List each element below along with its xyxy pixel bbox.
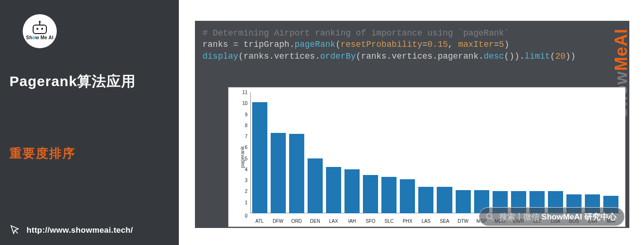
bar-slot bbox=[565, 92, 583, 213]
y-tick: 9 bbox=[245, 112, 247, 117]
x-tick: DTW bbox=[454, 219, 472, 224]
bar-las bbox=[418, 187, 433, 213]
code-block: # Determining Airport ranking of importa… bbox=[195, 21, 629, 66]
y-tick: 4 bbox=[245, 166, 247, 172]
bar-slot bbox=[547, 92, 565, 213]
y-tick: 10 bbox=[242, 101, 247, 106]
x-tick: ORD bbox=[287, 219, 306, 224]
code-chart-panel: ShowMeAI # Determining Airport ranking o… bbox=[195, 21, 629, 228]
x-tick: DFW bbox=[269, 219, 287, 224]
url-row: http://www.showmeai.tech/ bbox=[9, 224, 133, 236]
search-text: 搜索丨微信ShowMeAI 研究中心 bbox=[499, 211, 617, 222]
bar-slc bbox=[381, 177, 397, 213]
slide: Show Me AI Pagerank算法应用 重要度排序 http://www… bbox=[0, 0, 644, 245]
x-tick: SEA bbox=[435, 219, 454, 224]
bar-slot bbox=[528, 92, 546, 213]
bar-slot bbox=[343, 92, 361, 213]
y-tick: 2 bbox=[245, 189, 247, 194]
bar-dtw bbox=[456, 190, 471, 213]
y-tick: 7 bbox=[245, 134, 247, 139]
svg-point-0 bbox=[487, 213, 492, 219]
x-tick: IAH bbox=[343, 219, 361, 224]
y-tick: 3 bbox=[245, 178, 247, 183]
bar-dfw bbox=[271, 133, 286, 213]
code-comment: # Determining Airport ranking of importa… bbox=[203, 28, 509, 38]
bar-slot bbox=[417, 92, 435, 213]
bar-lax bbox=[326, 167, 341, 213]
bar-slot bbox=[454, 92, 472, 213]
bar-slot bbox=[324, 92, 343, 213]
bar-slot bbox=[250, 92, 269, 213]
bar-slot bbox=[509, 92, 528, 213]
url-text: http://www.showmeai.tech/ bbox=[26, 226, 133, 235]
bar-atl bbox=[252, 102, 267, 213]
bar-slot bbox=[398, 92, 417, 213]
page-title: Pagerank算法应用 bbox=[9, 72, 170, 91]
page-subtitle: 重要度排序 bbox=[9, 145, 170, 162]
bar-ord bbox=[289, 134, 304, 213]
x-tick: SFO bbox=[362, 219, 380, 224]
y-ticks: 01234567891011 bbox=[229, 92, 249, 213]
y-tick: 8 bbox=[245, 122, 247, 128]
bar-phx bbox=[400, 179, 415, 213]
y-tick: 11 bbox=[242, 90, 247, 95]
bar-slot bbox=[583, 92, 602, 213]
x-tick: ATL bbox=[250, 219, 269, 224]
bar-slot bbox=[491, 92, 509, 213]
bar-slot bbox=[380, 92, 398, 213]
bar-slot bbox=[287, 92, 306, 213]
logo-circle: Show Me AI bbox=[23, 14, 57, 48]
cursor-icon bbox=[9, 224, 21, 236]
y-tick: 1 bbox=[245, 200, 247, 205]
bar-slot bbox=[435, 92, 454, 213]
search-icon bbox=[485, 212, 494, 221]
bar-sfo bbox=[363, 175, 378, 213]
x-tick: LAS bbox=[417, 219, 435, 224]
x-tick: SLC bbox=[380, 219, 398, 224]
logo: Show Me AI bbox=[23, 14, 170, 48]
logo-text: Show Me AI bbox=[26, 35, 53, 40]
x-tick: LAX bbox=[324, 219, 343, 224]
svg-line-1 bbox=[491, 218, 494, 220]
search-pill: 搜索丨微信ShowMeAI 研究中心 bbox=[479, 207, 625, 226]
robot-icon bbox=[33, 25, 47, 34]
bar-den bbox=[308, 158, 323, 213]
y-tick: 6 bbox=[245, 145, 247, 150]
bar-iah bbox=[344, 169, 360, 213]
bar-slot bbox=[269, 92, 287, 213]
y-tick: 5 bbox=[245, 156, 247, 161]
bar-slot bbox=[472, 92, 491, 213]
x-tick: DEN bbox=[306, 219, 324, 224]
bar-sea bbox=[437, 187, 452, 213]
bar-slot bbox=[602, 92, 620, 213]
sidebar: Show Me AI Pagerank算法应用 重要度排序 http://www… bbox=[0, 0, 179, 245]
pagerank-bar-chart: pagerank 01234567891011 ATLDFWORDDENLAXI… bbox=[228, 87, 626, 227]
bar-slot bbox=[362, 92, 380, 213]
x-tick: PHX bbox=[398, 219, 417, 224]
bars-container bbox=[250, 92, 620, 213]
plot-area bbox=[250, 92, 620, 213]
content: ShowMeAI # Determining Airport ranking o… bbox=[179, 0, 644, 245]
bar-slot bbox=[306, 92, 324, 213]
